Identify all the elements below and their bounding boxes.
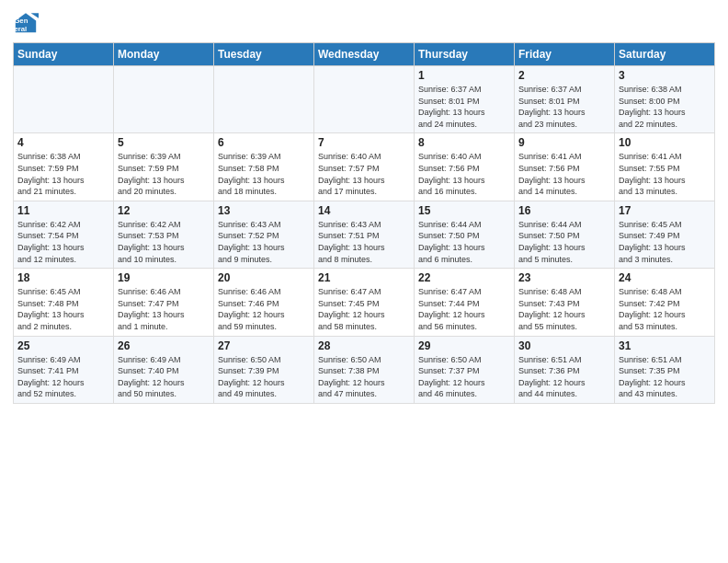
day-number: 17 (619, 204, 711, 217)
day-info: Sunrise: 6:49 AM Sunset: 7:40 PM Dayligh… (118, 354, 210, 400)
day-info: Sunrise: 6:50 AM Sunset: 7:37 PM Dayligh… (418, 354, 510, 400)
day-info: Sunrise: 6:47 AM Sunset: 7:44 PM Dayligh… (418, 286, 510, 332)
header-cell-saturday: Saturday (615, 43, 715, 66)
day-info: Sunrise: 6:37 AM Sunset: 8:01 PM Dayligh… (418, 84, 510, 130)
header-cell-wednesday: Wednesday (314, 43, 415, 66)
day-number: 11 (17, 204, 109, 217)
day-info: Sunrise: 6:46 AM Sunset: 7:46 PM Dayligh… (218, 286, 310, 332)
day-cell-5-3: 27Sunrise: 6:50 AM Sunset: 7:39 PM Dayli… (214, 336, 314, 403)
day-number: 13 (218, 204, 310, 217)
day-cell-4-3: 20Sunrise: 6:46 AM Sunset: 7:46 PM Dayli… (214, 269, 314, 336)
day-cell-5-5: 29Sunrise: 6:50 AM Sunset: 7:37 PM Dayli… (415, 336, 515, 403)
day-info: Sunrise: 6:42 AM Sunset: 7:53 PM Dayligh… (118, 219, 210, 265)
day-info: Sunrise: 6:49 AM Sunset: 7:41 PM Dayligh… (17, 354, 109, 400)
day-number: 25 (17, 339, 109, 352)
day-cell-3-1: 11Sunrise: 6:42 AM Sunset: 7:54 PM Dayli… (14, 201, 114, 268)
day-cell-1-5: 1Sunrise: 6:37 AM Sunset: 8:01 PM Daylig… (415, 66, 515, 133)
day-cell-2-2: 5Sunrise: 6:39 AM Sunset: 7:59 PM Daylig… (114, 133, 214, 201)
day-cell-1-1 (14, 66, 114, 133)
header-row: SundayMondayTuesdayWednesdayThursdayFrid… (14, 43, 715, 66)
day-info: Sunrise: 6:38 AM Sunset: 8:00 PM Dayligh… (619, 84, 711, 130)
day-cell-4-2: 19Sunrise: 6:46 AM Sunset: 7:47 PM Dayli… (114, 269, 214, 336)
day-number: 30 (518, 339, 610, 352)
day-number: 24 (619, 271, 711, 284)
day-number: 28 (318, 339, 410, 352)
header-cell-monday: Monday (114, 43, 214, 66)
day-cell-1-6: 2Sunrise: 6:37 AM Sunset: 8:01 PM Daylig… (515, 66, 615, 133)
day-number: 22 (418, 271, 510, 284)
week-row-5: 25Sunrise: 6:49 AM Sunset: 7:41 PM Dayli… (14, 336, 715, 403)
svg-text:Gen: Gen (14, 17, 28, 25)
day-cell-2-5: 8Sunrise: 6:40 AM Sunset: 7:56 PM Daylig… (415, 133, 515, 201)
day-info: Sunrise: 6:43 AM Sunset: 7:52 PM Dayligh… (218, 219, 310, 265)
day-cell-3-5: 15Sunrise: 6:44 AM Sunset: 7:50 PM Dayli… (415, 201, 515, 268)
day-number: 5 (118, 136, 210, 149)
logo-icon: Gen eral (13, 9, 39, 35)
day-number: 1 (418, 69, 510, 82)
day-cell-1-7: 3Sunrise: 6:38 AM Sunset: 8:00 PM Daylig… (615, 66, 715, 133)
day-number: 8 (418, 136, 510, 149)
day-cell-2-7: 10Sunrise: 6:41 AM Sunset: 7:55 PM Dayli… (615, 133, 715, 201)
day-cell-4-6: 23Sunrise: 6:48 AM Sunset: 7:43 PM Dayli… (515, 269, 615, 336)
day-info: Sunrise: 6:43 AM Sunset: 7:51 PM Dayligh… (318, 219, 410, 265)
header-cell-tuesday: Tuesday (214, 43, 314, 66)
week-row-3: 11Sunrise: 6:42 AM Sunset: 7:54 PM Dayli… (14, 201, 715, 268)
day-number: 10 (619, 136, 711, 149)
day-cell-3-6: 16Sunrise: 6:44 AM Sunset: 7:50 PM Dayli… (515, 201, 615, 268)
day-cell-4-1: 18Sunrise: 6:45 AM Sunset: 7:48 PM Dayli… (14, 269, 114, 336)
day-cell-5-2: 26Sunrise: 6:49 AM Sunset: 7:40 PM Dayli… (114, 336, 214, 403)
header-cell-sunday: Sunday (14, 43, 114, 66)
day-cell-3-4: 14Sunrise: 6:43 AM Sunset: 7:51 PM Dayli… (314, 201, 415, 268)
page: Gen eral SundayMondayTuesdayWednesdayThu… (0, 0, 728, 563)
week-row-1: 1Sunrise: 6:37 AM Sunset: 8:01 PM Daylig… (14, 66, 715, 133)
day-cell-1-4 (314, 66, 415, 133)
day-info: Sunrise: 6:41 AM Sunset: 7:56 PM Dayligh… (518, 151, 610, 197)
day-info: Sunrise: 6:37 AM Sunset: 8:01 PM Dayligh… (518, 84, 610, 130)
day-number: 2 (518, 69, 610, 82)
day-number: 21 (318, 271, 410, 284)
day-info: Sunrise: 6:45 AM Sunset: 7:48 PM Dayligh… (17, 286, 109, 332)
day-cell-5-4: 28Sunrise: 6:50 AM Sunset: 7:38 PM Dayli… (314, 336, 415, 403)
day-info: Sunrise: 6:44 AM Sunset: 7:50 PM Dayligh… (518, 219, 610, 265)
day-cell-5-7: 31Sunrise: 6:51 AM Sunset: 7:35 PM Dayli… (615, 336, 715, 403)
day-info: Sunrise: 6:46 AM Sunset: 7:47 PM Dayligh… (118, 286, 210, 332)
day-number: 26 (118, 339, 210, 352)
day-cell-3-3: 13Sunrise: 6:43 AM Sunset: 7:52 PM Dayli… (214, 201, 314, 268)
day-number: 20 (218, 271, 310, 284)
day-number: 7 (318, 136, 410, 149)
day-info: Sunrise: 6:41 AM Sunset: 7:55 PM Dayligh… (619, 151, 711, 197)
day-number: 18 (17, 271, 109, 284)
day-number: 19 (118, 271, 210, 284)
day-info: Sunrise: 6:39 AM Sunset: 7:58 PM Dayligh… (218, 151, 310, 197)
day-number: 14 (318, 204, 410, 217)
day-info: Sunrise: 6:38 AM Sunset: 7:59 PM Dayligh… (17, 151, 109, 197)
day-cell-3-7: 17Sunrise: 6:45 AM Sunset: 7:49 PM Dayli… (615, 201, 715, 268)
day-cell-4-7: 24Sunrise: 6:48 AM Sunset: 7:42 PM Dayli… (615, 269, 715, 336)
day-cell-5-1: 25Sunrise: 6:49 AM Sunset: 7:41 PM Dayli… (14, 336, 114, 403)
day-cell-1-2 (114, 66, 214, 133)
header-cell-thursday: Thursday (415, 43, 515, 66)
day-info: Sunrise: 6:47 AM Sunset: 7:45 PM Dayligh… (318, 286, 410, 332)
day-number: 4 (17, 136, 109, 149)
day-info: Sunrise: 6:50 AM Sunset: 7:39 PM Dayligh… (218, 354, 310, 400)
day-cell-2-3: 6Sunrise: 6:39 AM Sunset: 7:58 PM Daylig… (214, 133, 314, 201)
day-cell-3-2: 12Sunrise: 6:42 AM Sunset: 7:53 PM Dayli… (114, 201, 214, 268)
day-number: 12 (118, 204, 210, 217)
day-info: Sunrise: 6:48 AM Sunset: 7:43 PM Dayligh… (518, 286, 610, 332)
day-cell-2-1: 4Sunrise: 6:38 AM Sunset: 7:59 PM Daylig… (14, 133, 114, 201)
header: Gen eral (13, 9, 715, 35)
day-cell-2-4: 7Sunrise: 6:40 AM Sunset: 7:57 PM Daylig… (314, 133, 415, 201)
day-cell-1-3 (214, 66, 314, 133)
week-row-4: 18Sunrise: 6:45 AM Sunset: 7:48 PM Dayli… (14, 269, 715, 336)
day-info: Sunrise: 6:48 AM Sunset: 7:42 PM Dayligh… (619, 286, 711, 332)
day-cell-5-6: 30Sunrise: 6:51 AM Sunset: 7:36 PM Dayli… (515, 336, 615, 403)
day-cell-4-4: 21Sunrise: 6:47 AM Sunset: 7:45 PM Dayli… (314, 269, 415, 336)
header-cell-friday: Friday (515, 43, 615, 66)
day-cell-4-5: 22Sunrise: 6:47 AM Sunset: 7:44 PM Dayli… (415, 269, 515, 336)
day-info: Sunrise: 6:50 AM Sunset: 7:38 PM Dayligh… (318, 354, 410, 400)
day-info: Sunrise: 6:42 AM Sunset: 7:54 PM Dayligh… (17, 219, 109, 265)
day-number: 3 (619, 69, 711, 82)
day-info: Sunrise: 6:44 AM Sunset: 7:50 PM Dayligh… (418, 219, 510, 265)
day-info: Sunrise: 6:45 AM Sunset: 7:49 PM Dayligh… (619, 219, 711, 265)
calendar-table: SundayMondayTuesdayWednesdayThursdayFrid… (13, 42, 715, 404)
